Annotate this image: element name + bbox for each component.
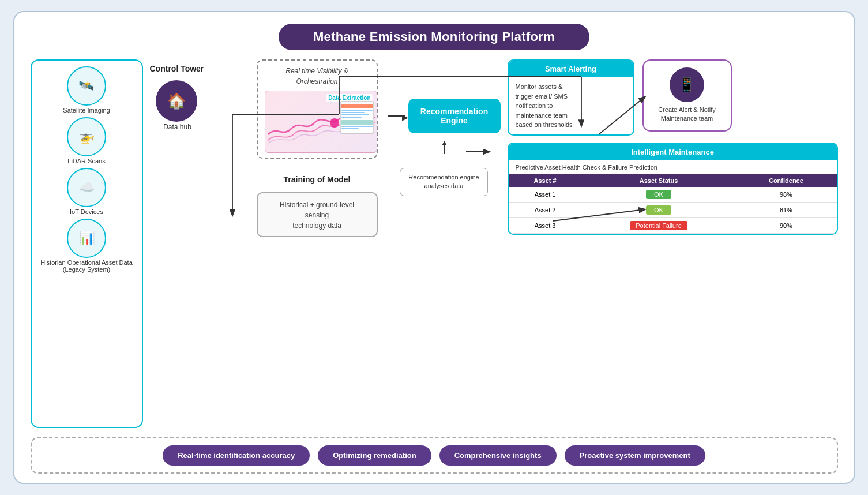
- source-lidar: 🚁 LiDAR Scans: [67, 117, 106, 164]
- notify-label: Create Alert & NotifyMaintenance team: [658, 106, 716, 123]
- training-section: Training of Model Historical + ground-le…: [257, 175, 378, 237]
- rec-engine-row: ▶ RecommendationEngine: [388, 99, 501, 133]
- intelligent-maintenance-box: Intelligent Maintenance Predictive Asset…: [508, 142, 838, 235]
- sources-panel: 🛰️ Satellite Imaging 🚁 LiDAR Scans ☁️ Io…: [31, 59, 143, 428]
- smart-alerting-box: Smart Alerting Monitor assets &trigger e…: [508, 59, 634, 136]
- control-tower-icon: 🏠: [156, 80, 197, 122]
- historian-icon: 📊: [67, 219, 106, 258]
- col-status: Asset Status: [582, 174, 736, 187]
- asset-2-confidence: 81%: [735, 202, 836, 217]
- svg-rect-5: [341, 114, 369, 115]
- intel-maint-sub: Predictive Asset Health Check & Failure …: [509, 160, 837, 174]
- pill-realtime: Real-time identification accuracy: [163, 445, 310, 466]
- top-right-row: Smart Alerting Monitor assets &trigger e…: [508, 59, 838, 136]
- analyses-row: ▲ Recommendation engineanalyses data: [400, 142, 487, 196]
- asset-3-confidence: 90%: [735, 217, 836, 233]
- asset-2-name: Asset 2: [509, 202, 582, 217]
- training-box: Historical + ground-level sensingtechnol…: [257, 192, 378, 237]
- arrow-line1: ▶: [388, 115, 405, 117]
- svg-rect-8: [341, 126, 373, 127]
- visibility-box: Real time Visibility &Orchestration Data…: [257, 59, 378, 159]
- status-fail-badge: Potential Failure: [630, 221, 687, 230]
- notify-icon: 📱: [670, 68, 704, 102]
- svg-rect-6: [341, 117, 362, 118]
- table-row: Asset 3 Potential Failure 90%: [509, 217, 837, 233]
- table-row: Asset 1 OK 98%: [509, 187, 837, 202]
- svg-point-0: [330, 118, 339, 127]
- control-tower-label: Control Tower: [150, 64, 204, 73]
- smart-alerting-header: Smart Alerting: [509, 61, 633, 77]
- data-hub-label: Data hub: [163, 123, 191, 131]
- intel-maint-header: Intelligent Maintenance: [509, 144, 837, 160]
- data-extraction-visual: Data Extraction: [265, 91, 377, 153]
- title-bar: Methane Emission Monitoring Platform: [31, 24, 838, 50]
- table-row: Asset 2 OK 81%: [509, 202, 837, 217]
- asset-1-name: Asset 1: [509, 187, 582, 202]
- asset-3-status: Potential Failure: [582, 217, 736, 233]
- iot-icon: ☁️: [67, 168, 106, 207]
- svg-rect-4: [341, 112, 365, 113]
- asset-1-confidence: 98%: [735, 187, 836, 202]
- rec-analyses-box: Recommendation engineanalyses data: [400, 168, 487, 196]
- rec-engine-col: ▶ RecommendationEngine ▲ Recommendation …: [386, 59, 502, 428]
- diagram-area: 🛰️ Satellite Imaging 🚁 LiDAR Scans ☁️ Io…: [31, 59, 838, 428]
- right-side: Smart Alerting Monitor assets &trigger e…: [502, 59, 838, 428]
- lidar-label: LiDAR Scans: [67, 158, 105, 164]
- asset-2-status: OK: [582, 202, 736, 217]
- historian-label: Historian Operational Asset Data (Legacy…: [36, 259, 137, 273]
- training-title: Training of Model: [284, 175, 351, 184]
- source-iot: ☁️ IoT Devices: [67, 168, 106, 215]
- notify-box: 📱 Create Alert & NotifyMaintenance team: [642, 59, 732, 132]
- source-historian: 📊 Historian Operational Asset Data (Lega…: [36, 219, 137, 273]
- svg-rect-7: [341, 120, 373, 125]
- visibility-col: Real time Visibility &Orchestration Data…: [248, 59, 386, 428]
- source-satellite: 🛰️ Satellite Imaging: [63, 66, 110, 114]
- main-container: Methane Emission Monitoring Platform 🛰️ …: [13, 11, 855, 484]
- training-description: Historical + ground-level sensingtechnol…: [280, 201, 354, 230]
- pill-proactive: Proactive system improvement: [565, 445, 705, 466]
- rec-engine-label: RecommendationEngine: [420, 107, 488, 125]
- control-tower-col: Control Tower 🏠 Data hub: [150, 59, 248, 428]
- pill-comprehensive: Comprehensive insights: [439, 445, 557, 466]
- rec-engine-box: RecommendationEngine: [408, 99, 501, 133]
- asset-1-status: OK: [582, 187, 736, 202]
- lidar-icon: 🚁: [67, 117, 106, 156]
- svg-rect-9: [341, 128, 359, 129]
- satellite-label: Satellite Imaging: [63, 107, 110, 114]
- status-ok-badge: OK: [646, 190, 671, 199]
- asset-3-name: Asset 3: [509, 217, 582, 233]
- data-extraction-svg: [265, 91, 377, 153]
- col-asset: Asset #: [509, 174, 582, 187]
- visibility-label: Real time Visibility &Orchestration: [285, 67, 348, 85]
- smart-alerting-body: Monitor assets &trigger email/ SMSnotifi…: [509, 77, 633, 134]
- svg-rect-3: [341, 110, 373, 111]
- col-confidence: Confidence: [735, 174, 836, 187]
- satellite-icon: 🛰️: [67, 66, 106, 106]
- pill-optimizing: Optimizing remediation: [318, 445, 431, 466]
- svg-rect-2: [341, 104, 373, 108]
- status-ok-lt-badge: OK: [646, 205, 671, 215]
- iot-label: IoT Devices: [70, 208, 103, 215]
- bottom-bar: Real-time identification accuracy Optimi…: [31, 437, 838, 474]
- page-title: Methane Emission Monitoring Platform: [279, 24, 589, 50]
- asset-table: Asset # Asset Status Confidence Asset 1 …: [509, 174, 837, 234]
- rec-analyses-label: Recommendation engineanalyses data: [408, 174, 479, 189]
